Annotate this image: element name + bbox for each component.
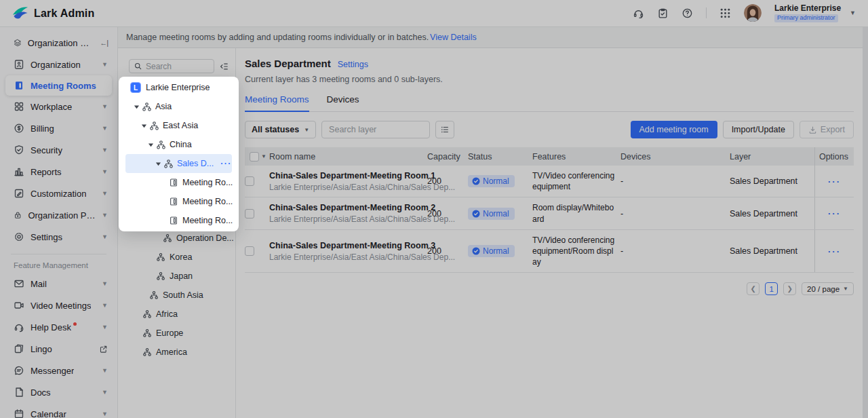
sidebar-item-reports[interactable]: Reports ▼ <box>0 161 117 183</box>
chevron-down-icon: ▼ <box>102 367 108 374</box>
tree-node[interactable]: America <box>118 343 235 362</box>
node-more-options-icon[interactable]: ··· <box>220 159 232 168</box>
sidebar-item-organization-overview[interactable]: Organization Overview ←| <box>0 32 117 54</box>
layer-search-input[interactable] <box>321 121 430 138</box>
user-name: Larkie Enterprise <box>774 4 841 13</box>
top-header: Lark Admin Larkie Ente <box>0 0 868 27</box>
sidebar-item-settings[interactable]: Settings ▼ <box>0 226 117 248</box>
sidebar-item-organization[interactable]: Organization ▼ <box>0 54 117 75</box>
more-options-icon[interactable]: ··· <box>828 176 841 187</box>
select-all-checkbox[interactable] <box>250 152 259 162</box>
display-settings-button[interactable] <box>435 121 454 138</box>
pagination: ❮ 1 ❯ 20 / page ▼ <box>245 282 854 295</box>
vertical-scrollbar[interactable] <box>863 27 868 418</box>
chevron-down-icon: ▼ <box>102 190 108 197</box>
row-checkbox[interactable] <box>245 176 254 186</box>
collapse-sidebar-icon[interactable]: ←| <box>100 39 108 47</box>
export-button[interactable]: Export <box>800 121 854 138</box>
tree-node[interactable]: South Asia <box>118 286 235 305</box>
room-capacity: 200 <box>427 172 468 191</box>
user-menu[interactable]: Larkie Enterprise Primary administrator <box>774 4 841 22</box>
expander-triangle-icon[interactable] <box>154 161 162 167</box>
survey-clipboard-icon[interactable] <box>657 7 669 19</box>
tree-node[interactable]: Korea <box>118 248 235 267</box>
table-row: China-Sales Department-Meeting Room 2 La… <box>245 197 854 229</box>
tree-node-selected[interactable]: Sales D... ··· <box>125 154 232 173</box>
security-shield-icon <box>14 145 24 155</box>
column-header-devices: Devices <box>620 152 730 162</box>
chevron-down-icon[interactable]: ▼ <box>261 153 267 159</box>
sidebar-item-meeting-rooms[interactable]: Meeting Rooms <box>5 75 112 96</box>
banner-text: Manage meeting rooms by adding and updat… <box>126 33 429 42</box>
user-menu-caret-icon[interactable]: ▼ <box>850 10 856 16</box>
tree-node[interactable]: Japan <box>118 267 235 286</box>
lingo-icon <box>14 343 24 354</box>
tree-node[interactable]: Asia <box>119 97 239 116</box>
apps-grid-icon[interactable] <box>719 7 731 19</box>
sidebar-section-label: Feature Management <box>0 254 117 273</box>
sidebar-item-lingo[interactable]: Lingo <box>0 338 117 360</box>
more-options-icon[interactable]: ··· <box>828 246 841 256</box>
sidebar-item-messenger[interactable]: Messenger ▼ <box>0 360 117 381</box>
sidebar-item-security[interactable]: Security ▼ <box>0 139 117 161</box>
meeting-room-icon <box>169 216 178 225</box>
tree-node[interactable]: Europe <box>118 324 235 343</box>
prev-page-button[interactable]: ❮ <box>747 282 760 295</box>
layers-icon <box>14 37 22 48</box>
status-filter-select[interactable]: All statuses ▼ <box>245 121 316 138</box>
collapse-tree-icon[interactable] <box>219 62 229 71</box>
next-page-button[interactable]: ❯ <box>783 282 796 295</box>
tab-meeting-rooms[interactable]: Meeting Rooms <box>245 94 309 112</box>
row-checkbox[interactable] <box>245 246 254 256</box>
help-question-icon[interactable] <box>682 7 693 19</box>
sidebar-item-label: Meeting Rooms <box>31 81 96 91</box>
tree-node[interactable]: Operation De... <box>118 229 235 248</box>
tree-node[interactable]: Africa <box>118 305 235 324</box>
sidebar-item-help-desk[interactable]: Help Desk ▼ <box>0 316 117 338</box>
tab-devices[interactable]: Devices <box>327 94 359 111</box>
sidebar-item-billing[interactable]: Billing ▼ <box>0 117 117 139</box>
toolbar: All statuses ▼ Add meeting room Import/U… <box>245 121 854 138</box>
view-details-link[interactable]: View Details <box>430 33 477 42</box>
tree-node[interactable]: China <box>119 135 239 154</box>
column-header-features: Features <box>532 152 620 162</box>
more-options-icon[interactable]: ··· <box>828 208 841 218</box>
sidebar-item-label: Organization Permis... <box>28 210 96 221</box>
add-meeting-room-button[interactable]: Add meeting room <box>631 121 717 138</box>
sidebar-item-workplace[interactable]: Workplace ▼ <box>0 96 117 117</box>
org-node-icon <box>163 159 174 169</box>
tree-node-label: Meeting Ro... <box>182 178 233 187</box>
expander-triangle-icon[interactable] <box>140 123 148 129</box>
sidebar-item-organization-permissions[interactable]: Organization Permis... ▼ <box>0 204 117 226</box>
sidebar: Organization Overview ←| Organization ▼ … <box>0 27 118 418</box>
check-circle-icon <box>472 247 480 255</box>
import-update-button[interactable]: Import/Update <box>723 121 794 138</box>
org-node-icon <box>156 271 165 281</box>
sidebar-item-docs[interactable]: Docs ▼ <box>0 381 117 403</box>
sidebar-item-video-meetings[interactable]: Video Meetings ▼ <box>0 294 117 316</box>
sidebar-item-mail[interactable]: Mail ▼ <box>0 273 117 294</box>
expander-triangle-icon[interactable] <box>132 104 140 110</box>
table-row: China-Sales Department-Meeting Room 1 La… <box>245 166 854 197</box>
main-panel: Sales Department Settings Current layer … <box>236 48 868 418</box>
tree-node-room[interactable]: Meeting Ro... <box>119 211 239 230</box>
layer-settings-link[interactable]: Settings <box>338 60 368 69</box>
org-node-icon <box>156 252 165 262</box>
expander-triangle-icon[interactable] <box>146 142 155 148</box>
permissions-lock-icon <box>14 210 22 221</box>
sidebar-item-customization[interactable]: Customization ▼ <box>0 183 117 204</box>
tree-node-label: Europe <box>156 328 183 338</box>
page-size-select[interactable]: 20 / page ▼ <box>802 282 854 295</box>
tree-node[interactable]: East Asia <box>119 116 239 135</box>
headset-icon[interactable] <box>633 7 644 19</box>
tree-node-room[interactable]: Meeting Ro... <box>119 192 239 211</box>
docs-icon <box>14 387 24 398</box>
sidebar-item-calendar[interactable]: Calendar ▼ <box>0 403 117 418</box>
room-devices: - <box>620 172 730 191</box>
tree-node-room[interactable]: Meeting Ro... <box>119 173 239 192</box>
room-path: Larkie Enterprise/Asia/East Asia/China/S… <box>269 183 422 192</box>
row-checkbox[interactable] <box>245 209 254 218</box>
page-number-button[interactable]: 1 <box>765 282 778 295</box>
tree-node-root[interactable]: L Larkie Enterprise <box>119 78 239 97</box>
avatar[interactable] <box>744 4 762 22</box>
